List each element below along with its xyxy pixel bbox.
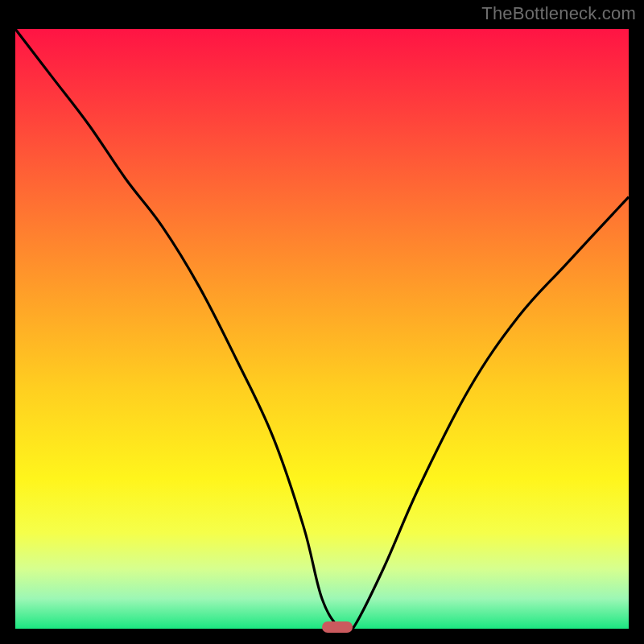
chart-plot <box>0 0 644 644</box>
chart-frame: TheBottleneck.com <box>0 0 644 644</box>
plot-background <box>15 29 629 629</box>
optimal-marker <box>322 621 353 633</box>
